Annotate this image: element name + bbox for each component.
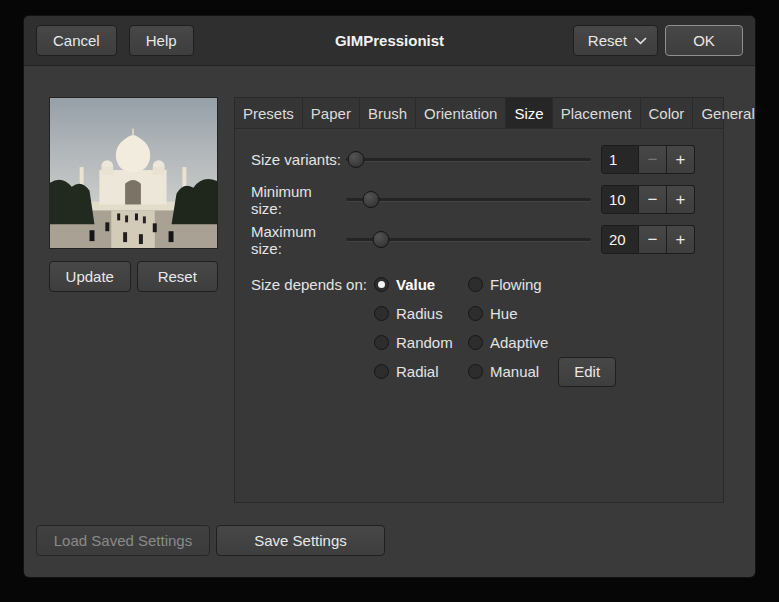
size-variants-slider[interactable]: [344, 145, 593, 174]
radio-hue[interactable]: Hue: [468, 299, 616, 328]
reset-menu-label: Reset: [588, 32, 627, 49]
header-actions: Reset OK: [573, 25, 743, 56]
minimum-size-spinbox: 10 − +: [601, 185, 695, 214]
help-button[interactable]: Help: [129, 25, 194, 56]
maximum-size-label: Maximum size:: [251, 223, 344, 257]
maximum-size-slider[interactable]: [344, 225, 593, 254]
reset-menu-button[interactable]: Reset: [573, 25, 658, 56]
minimum-size-decrease-button[interactable]: −: [639, 185, 667, 214]
minimum-size-slider[interactable]: [344, 185, 593, 214]
minimum-size-row: Minimum size: 10 − +: [251, 185, 695, 214]
save-settings-button[interactable]: Save Settings: [216, 525, 385, 556]
slider-track: [346, 198, 591, 201]
size-variants-label: Size variants:: [251, 151, 344, 168]
radio-icon: [374, 306, 389, 321]
size-variants-value[interactable]: 1: [601, 145, 639, 174]
preview-image: [49, 97, 218, 249]
tab-bar: Presets Paper Brush Orientation Size Pla…: [235, 98, 723, 129]
minus-icon: −: [648, 150, 658, 170]
footer-actions: Load Saved Settings Save Settings: [36, 525, 385, 556]
tab-orientation[interactable]: Orientation: [416, 98, 506, 128]
load-saved-settings-button[interactable]: Load Saved Settings: [36, 525, 210, 556]
size-variants-row: Size variants: 1 − +: [251, 145, 695, 174]
radio-adaptive-label: Adaptive: [490, 334, 548, 351]
radio-adaptive[interactable]: Adaptive: [468, 328, 616, 357]
size-panel: Size variants: 1 − + Minimum size:: [235, 129, 723, 386]
slider-thumb[interactable]: [348, 151, 365, 168]
radio-flowing-label: Flowing: [490, 276, 542, 293]
radio-hue-label: Hue: [490, 305, 518, 322]
size-depends-label: Size depends on:: [251, 270, 374, 386]
maximum-size-spinbox: 20 − +: [601, 225, 695, 254]
chevron-down-icon: [634, 37, 647, 45]
radio-icon: [468, 335, 483, 350]
minus-icon: −: [648, 230, 658, 250]
radio-value-label: Value: [396, 276, 435, 293]
size-variants-spinbox: 1 − +: [601, 145, 695, 174]
radio-flowing[interactable]: Flowing: [468, 270, 616, 299]
radio-icon: [374, 364, 389, 379]
tab-brush[interactable]: Brush: [360, 98, 416, 128]
radio-value[interactable]: Value: [374, 270, 468, 299]
tab-paper[interactable]: Paper: [303, 98, 360, 128]
radio-column-2: Flowing Hue Adaptive Manual Edit: [468, 270, 616, 386]
update-button[interactable]: Update: [49, 261, 131, 292]
tab-size[interactable]: Size: [506, 98, 552, 128]
taj-mahal-preview-graphic: [50, 98, 217, 248]
slider-thumb[interactable]: [373, 231, 390, 248]
radio-icon: [468, 277, 483, 292]
tab-color[interactable]: Color: [641, 98, 694, 128]
radio-icon: [468, 364, 483, 379]
plus-icon: +: [676, 230, 686, 250]
radio-radial[interactable]: Radial: [374, 357, 468, 386]
size-variants-decrease-button[interactable]: −: [639, 145, 667, 174]
minimum-size-increase-button[interactable]: +: [667, 185, 695, 214]
size-depends-group: Size depends on: Value Radius Random: [251, 270, 695, 386]
radio-selected-icon: [374, 277, 389, 292]
radio-radius-label: Radius: [396, 305, 443, 322]
preview-reset-button[interactable]: Reset: [137, 261, 219, 292]
radio-manual-label: Manual: [490, 363, 539, 380]
maximum-size-increase-button[interactable]: +: [667, 225, 695, 254]
radio-radial-label: Radial: [396, 363, 439, 380]
slider-track: [346, 158, 591, 161]
gimpressionist-dialog: Cancel Help GIMPressionist Reset OK: [24, 16, 755, 577]
minus-icon: −: [648, 190, 658, 210]
preview-actions: Update Reset: [49, 261, 218, 292]
settings-notebook: Presets Paper Brush Orientation Size Pla…: [234, 97, 724, 503]
radio-manual[interactable]: Manual Edit: [468, 357, 616, 386]
ok-button[interactable]: OK: [665, 25, 743, 56]
maximum-size-decrease-button[interactable]: −: [639, 225, 667, 254]
plus-icon: +: [676, 150, 686, 170]
radio-icon: [468, 306, 483, 321]
radio-radius[interactable]: Radius: [374, 299, 468, 328]
plus-icon: +: [676, 190, 686, 210]
slider-thumb[interactable]: [363, 191, 380, 208]
tab-general[interactable]: General: [693, 98, 755, 128]
headerbar: Cancel Help GIMPressionist Reset OK: [24, 16, 755, 66]
cancel-button[interactable]: Cancel: [36, 25, 117, 56]
edit-button[interactable]: Edit: [558, 357, 616, 387]
radio-column-1: Value Radius Random Radial: [374, 270, 468, 386]
maximum-size-row: Maximum size: 20 − +: [251, 225, 695, 254]
tab-presets[interactable]: Presets: [235, 98, 303, 128]
size-variants-increase-button[interactable]: +: [667, 145, 695, 174]
radio-random-label: Random: [396, 334, 453, 351]
minimum-size-value[interactable]: 10: [601, 185, 639, 214]
minimum-size-label: Minimum size:: [251, 183, 344, 217]
tab-placement[interactable]: Placement: [553, 98, 641, 128]
radio-icon: [374, 335, 389, 350]
radio-random[interactable]: Random: [374, 328, 468, 357]
maximum-size-value[interactable]: 20: [601, 225, 639, 254]
